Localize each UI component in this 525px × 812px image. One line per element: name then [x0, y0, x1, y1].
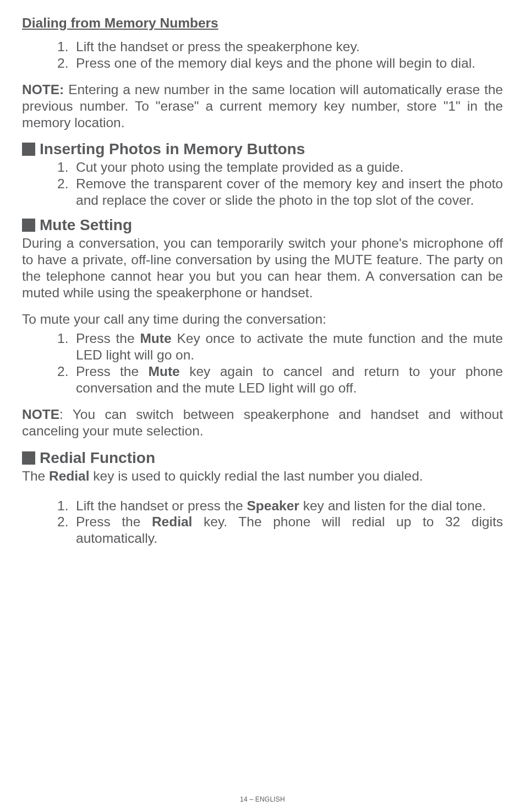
square-bullet-icon	[22, 451, 35, 465]
list-number: 1.	[57, 498, 76, 514]
section-head-redial: Redial Function	[22, 449, 503, 467]
mute-intro: To mute your call any time during the co…	[22, 311, 503, 328]
note-body: : You can switch between speakerphone an…	[22, 407, 503, 438]
section-title-redial: Redial Function	[40, 449, 155, 467]
list-text: Press the Mute Key once to activate the …	[76, 330, 503, 363]
list-number: 2.	[57, 55, 76, 72]
list-text: Cut your photo using the template provid…	[76, 159, 503, 176]
note-body: Entering a new number in the same locati…	[22, 82, 503, 130]
list-number: 1.	[57, 330, 76, 363]
list-item: 2. Press the Mute key again to cancel an…	[57, 363, 503, 396]
list-dialing: 1. Lift the handset or press the speaker…	[57, 39, 503, 72]
list-number: 1.	[57, 39, 76, 55]
list-item: 2. Remove the transparent cover of the m…	[57, 176, 503, 209]
list-text: Lift the handset or press the speakerpho…	[76, 39, 503, 55]
list-number: 1.	[57, 159, 76, 176]
note-memory-erase: NOTE: Entering a new number in the same …	[22, 81, 503, 131]
list-number: 2.	[57, 363, 76, 396]
section-head-inserting-photos: Inserting Photos in Memory Buttons	[22, 140, 503, 158]
list-item: 2. Press one of the memory dial keys and…	[57, 55, 503, 72]
section-title-inserting-photos: Inserting Photos in Memory Buttons	[40, 140, 305, 158]
list-inserting-photos: 1. Cut your photo using the template pro…	[57, 159, 503, 209]
section-title-mute: Mute Setting	[40, 216, 132, 234]
square-bullet-icon	[22, 143, 35, 156]
page-footer: 14 – ENGLISH	[0, 795, 525, 803]
note-mute-switch: NOTE: You can switch between speakerphon…	[22, 406, 503, 439]
list-item: 1. Lift the handset or press the speaker…	[57, 39, 503, 55]
list-mute: 1. Press the Mute Key once to activate t…	[57, 330, 503, 396]
heading-dialing-from-memory: Dialing from Memory Numbers	[22, 15, 503, 31]
list-number: 2.	[57, 176, 76, 209]
list-number: 2.	[57, 514, 76, 547]
list-item: 1. Press the Mute Key once to activate t…	[57, 330, 503, 363]
list-redial: 1. Lift the handset or press the Speaker…	[57, 498, 503, 547]
redial-paragraph: The Redial key is used to quickly redial…	[22, 468, 503, 484]
list-text: Lift the handset or press the Speaker ke…	[76, 498, 503, 514]
mute-paragraph: During a conversation, you can temporari…	[22, 235, 503, 301]
note-label: NOTE:	[22, 82, 64, 97]
list-item: 2. Press the Redial key. The phone will …	[57, 514, 503, 547]
note-label: NOTE	[22, 407, 59, 422]
list-text: Remove the transparent cover of the memo…	[76, 176, 503, 209]
list-item: 1. Lift the handset or press the Speaker…	[57, 498, 503, 514]
list-text: Press one of the memory dial keys and th…	[76, 55, 503, 72]
section-head-mute: Mute Setting	[22, 216, 503, 234]
list-item: 1. Cut your photo using the template pro…	[57, 159, 503, 176]
list-text: Press the Redial key. The phone will red…	[76, 514, 503, 547]
list-text: Press the Mute key again to cancel and r…	[76, 363, 503, 396]
square-bullet-icon	[22, 219, 35, 232]
